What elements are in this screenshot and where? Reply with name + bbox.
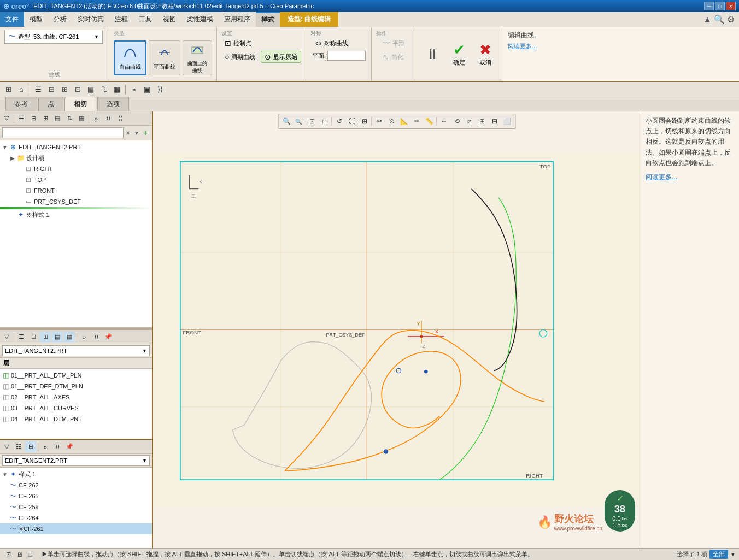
close-button[interactable]: ✕ — [726, 2, 736, 10]
style-item-2[interactable]: 〜 CF-259 — [0, 502, 152, 512]
tree-top[interactable]: ⊡ TOP — [0, 174, 152, 185]
vt-grid-btn[interactable]: ⧄ — [464, 115, 476, 127]
vt-split2-btn[interactable]: ⊟ — [489, 115, 501, 127]
annotation-read-more[interactable]: 阅读更多... — [646, 173, 677, 181]
menu-modeling[interactable]: 造型: 曲线编辑 — [280, 12, 338, 27]
vt-cut-btn[interactable]: ✂ — [373, 115, 385, 127]
vt-frame-btn[interactable]: □ — [319, 115, 331, 127]
ll-expand-btn[interactable]: ⟩⟩ — [91, 332, 102, 343]
tb-expand-btn[interactable]: ⟩⟩ — [154, 84, 166, 96]
ll-active-btn[interactable]: ⊞ — [40, 332, 51, 343]
style-root-expand[interactable]: ▼ — [1, 470, 9, 478]
ll-more-btn[interactable]: » — [79, 332, 90, 343]
control-points-btn[interactable]: ⊡ 控制点 — [221, 37, 255, 49]
vt-zoom-btn[interactable]: ⊞ — [359, 115, 371, 127]
menu-file[interactable]: 文件 — [0, 12, 24, 27]
vt-rotate-btn[interactable]: ↺ — [333, 115, 345, 127]
ll-model-selector[interactable]: EDIT_TANGENT2.PRT ▼ — [2, 345, 150, 356]
vt-pan-btn[interactable]: ⛶ — [346, 115, 358, 127]
minimize-button[interactable]: ─ — [704, 2, 714, 10]
status-arrow[interactable]: ▼ — [730, 551, 736, 557]
read-more-link[interactable]: 阅读更多... — [508, 43, 537, 49]
vt-split1-btn[interactable]: ⊞ — [476, 115, 488, 127]
vt-zoom-out-btn[interactable]: 🔍- — [294, 115, 306, 127]
pt-list5-btn[interactable]: ▦ — [76, 113, 87, 124]
vt-center-btn[interactable]: ⊙ — [386, 115, 398, 127]
ll-pin-btn[interactable]: 📌 — [103, 332, 114, 343]
flat-input[interactable] — [327, 51, 366, 61]
pt-list1-btn[interactable]: ☰ — [16, 113, 27, 124]
free-curve-btn[interactable]: 自由曲线 — [114, 40, 146, 75]
ok-btn[interactable]: ✔ 确定 — [447, 39, 471, 69]
search-input[interactable] — [2, 127, 124, 138]
pt-filter-btn[interactable]: ▽ — [1, 113, 12, 124]
vt-full-btn[interactable]: ⬜ — [501, 115, 513, 127]
layer-item-4[interactable]: ◫ 04__PRT_ALL_DTM_PNT — [0, 414, 152, 425]
vt-ruler-btn[interactable]: 📏 — [424, 115, 436, 127]
tree-design-items[interactable]: ▶ 📁 设计项 — [0, 152, 152, 163]
all-indicator[interactable]: 全部 — [709, 550, 728, 559]
st-filter-btn[interactable]: ▽ — [1, 441, 12, 452]
tree-style1[interactable]: ✦ ※样式 1 — [0, 209, 152, 220]
menu-simulation[interactable]: 实时仿真 — [72, 12, 109, 27]
tab-reference[interactable]: 参考 — [5, 97, 37, 111]
tb-sort-btn[interactable]: ⇅ — [98, 84, 110, 96]
pause-btn[interactable]: ⏸ — [420, 44, 445, 65]
style-item-0[interactable]: 〜 CF-262 — [0, 480, 152, 491]
search-clear-btn[interactable]: ✕ — [124, 128, 132, 137]
tb-list4-btn[interactable]: ⊡ — [72, 84, 84, 96]
cancel-btn[interactable]: ✖ 取消 — [473, 39, 497, 69]
curve-selector-arrow[interactable]: ▼ — [94, 34, 99, 39]
tb-settings-btn[interactable]: ⊞ — [2, 84, 14, 96]
menu-view[interactable]: 视图 — [157, 12, 181, 27]
nav-search-icon[interactable]: 🔍 — [714, 14, 725, 25]
pt-list2-btn[interactable]: ⊟ — [28, 113, 39, 124]
tab-points[interactable]: 点 — [38, 97, 63, 111]
canvas-svg[interactable]: < 工 TOP FRONT RIGHT PRT_CSYS_DEF X Y Z — [153, 111, 641, 548]
maximize-button[interactable]: □ — [715, 2, 725, 10]
pt-collapse-btn[interactable]: ⟨⟨ — [115, 113, 126, 124]
vt-measure-btn[interactable]: 📐 — [398, 115, 410, 127]
tree-root[interactable]: ▼ ⊕ EDIT_TANGENT2.PRT — [0, 142, 152, 152]
nav-up-icon[interactable]: ▲ — [703, 15, 712, 25]
pt-more-btn[interactable]: » — [91, 113, 102, 124]
nav-settings-icon[interactable]: ⚙ — [727, 14, 735, 25]
vt-zoom-in-btn[interactable]: 🔍 — [281, 115, 293, 127]
tree-front[interactable]: ⊡ FRONT — [0, 185, 152, 196]
layer-item-1[interactable]: ◫ 01__PRT_DEF_DTM_PLN — [0, 381, 152, 392]
status-icon-3[interactable]: □ — [25, 550, 35, 559]
st-btn1[interactable]: ☷ — [13, 441, 24, 452]
tree-csys[interactable]: ⌙ PRT_CSYS_DEF — [0, 196, 152, 207]
st-expand[interactable]: ⟩⟩ — [52, 441, 63, 452]
show-origin-btn[interactable]: ⊙ 显示原始 — [261, 51, 301, 63]
style-model-selector[interactable]: EDIT_TANGENT2.PRT ▼ — [2, 455, 150, 466]
style-item-1[interactable]: 〜 CF-265 — [0, 491, 152, 502]
pt-sort-btn[interactable]: ⇅ — [64, 113, 75, 124]
tb-list1-btn[interactable]: ☰ — [32, 84, 44, 96]
ll-filter-btn[interactable]: ▽ — [1, 332, 12, 343]
blue-control-point-1[interactable] — [384, 449, 388, 453]
status-icon-1[interactable]: ⊡ — [3, 550, 13, 559]
circle-curve-btn[interactable]: ○ 周期曲线 — [221, 51, 259, 63]
ll-list1-btn[interactable]: ☰ — [16, 332, 27, 343]
layer-item-3[interactable]: ◫ 03__PRT_ALL_CURVES — [0, 403, 152, 414]
tb-list5-btn[interactable]: ▤ — [85, 84, 97, 96]
ll-active2-btn[interactable]: ▤ — [52, 332, 63, 343]
tree-right[interactable]: ⊡ RIGHT — [0, 163, 152, 174]
sym-curve-btn[interactable]: ⇔ 对称曲线 — [312, 37, 351, 49]
tb-home-btn[interactable]: ⌂ — [15, 84, 27, 96]
menu-style[interactable]: 样式 — [256, 12, 280, 27]
tab-options[interactable]: 选项 — [97, 97, 129, 111]
tree-root-expand[interactable]: ▼ — [1, 143, 9, 151]
ll-active3-btn[interactable]: ▦ — [64, 332, 75, 343]
menu-model[interactable]: 模型 — [24, 12, 48, 27]
flat-curve-btn[interactable]: 平面曲线 — [149, 40, 180, 75]
st-btn2[interactable]: ⊞ — [25, 441, 36, 452]
menu-flex[interactable]: 柔性建模 — [181, 12, 219, 27]
vt-undo-btn[interactable]: ⟲ — [451, 115, 463, 127]
search-add-btn[interactable]: + — [141, 128, 150, 137]
layer-item-0[interactable]: ◫ 01__PRT_ALL_DTM_PLN — [0, 370, 152, 381]
pt-list3-btn[interactable]: ⊞ — [40, 113, 51, 124]
tab-tangent[interactable]: 相切 — [64, 97, 96, 111]
tb-col-btn[interactable]: ▣ — [141, 84, 153, 96]
